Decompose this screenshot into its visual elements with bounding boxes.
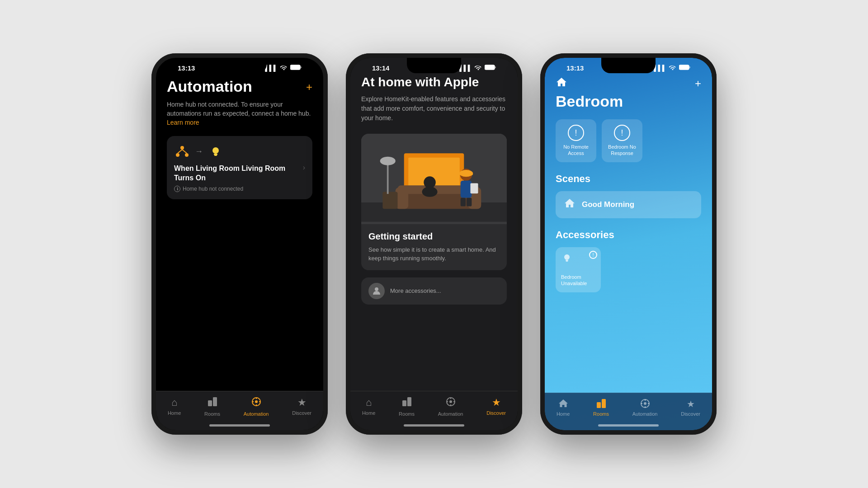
svg-point-13 — [255, 400, 258, 403]
hub-warning-text: Home hub not connected. To ensure your a… — [167, 100, 312, 127]
svg-rect-41 — [402, 400, 406, 406]
no-remote-access-card[interactable]: ! No Remote Access — [556, 119, 596, 162]
bedroom-no-response-card[interactable]: ! Bedroom No Response — [602, 119, 642, 162]
svg-rect-8 — [214, 154, 217, 155]
svg-rect-29 — [387, 162, 389, 194]
warning-cards: ! No Remote Access ! Bedroom No Response — [556, 119, 701, 162]
phone-3-content: 13:13 ▌▌▌ — [545, 58, 712, 430]
automation-card[interactable]: → When Living Room Living Room Turns On — [167, 136, 312, 199]
accessories-grid: ! Bedroom Unavailable — [556, 247, 701, 292]
discover-tab-label-2: Discover — [486, 410, 506, 416]
tab-discover-1[interactable]: ★ Discover — [292, 397, 311, 417]
battery-icon-1 — [290, 65, 302, 71]
automation-tab-icon-2 — [446, 397, 456, 409]
phone-3-screen: 13:13 ▌▌▌ — [545, 58, 712, 430]
learn-more-link[interactable]: Learn more — [167, 119, 199, 126]
rooms-tab-icon-3 — [596, 399, 606, 409]
signal-icon-1: ▌▌▌ — [265, 65, 278, 71]
discover-card2-preview[interactable]: More accessories... — [361, 277, 507, 305]
phone-2-content: 13:14 ▌▌▌ At home — [350, 58, 518, 430]
tab-automation-3[interactable]: Automation — [632, 399, 658, 417]
home-nav-icon[interactable] — [556, 76, 567, 91]
home-tab-label-3: Home — [557, 411, 570, 417]
tab-discover-2[interactable]: ★ Discover — [486, 397, 506, 417]
good-morning-scene-button[interactable]: Good Morning — [556, 191, 701, 218]
tab-rooms-3[interactable]: Rooms — [593, 399, 609, 417]
svg-point-31 — [424, 176, 436, 188]
wifi-icon-2 — [475, 65, 482, 71]
automation-icons: → — [174, 143, 303, 160]
svg-rect-19 — [495, 66, 496, 68]
phone-1-automation: 13:13 ▌▌▌ — [151, 53, 328, 435]
rooms-tab-label-2: Rooms — [399, 411, 415, 417]
tab-automation-1[interactable]: Automation — [244, 397, 269, 417]
rooms-tab-label-1: Rooms — [204, 411, 220, 417]
signal-icon-3: ▌▌▌ — [654, 65, 666, 71]
svg-point-44 — [449, 400, 452, 403]
svg-rect-52 — [566, 260, 568, 261]
bedroom-no-response-label: Bedroom No Response — [607, 144, 637, 157]
discover-tab-icon-3: ★ — [687, 399, 695, 409]
accessory-bulb-icon — [561, 253, 573, 267]
discover-card-title: Getting started — [368, 231, 500, 242]
accessory-label: Bedroom Unavailable — [561, 274, 595, 287]
tab-rooms-1[interactable]: Rooms — [204, 397, 220, 417]
svg-rect-10 — [208, 400, 212, 406]
status-time-3: 13:13 — [566, 64, 584, 72]
automation-tab-icon-3 — [640, 399, 650, 409]
signal-icon-2: ▌▌▌ — [459, 65, 472, 71]
bedroom-page-title: Bedroom — [556, 93, 701, 110]
tab-home-2[interactable]: ⌂ Home — [362, 397, 375, 417]
automation-status: ℹ Home hub not connected — [174, 186, 303, 192]
svg-rect-18 — [485, 65, 495, 70]
svg-line-6 — [182, 150, 187, 153]
svg-rect-11 — [213, 397, 217, 406]
tab-rooms-2[interactable]: Rooms — [399, 397, 415, 417]
discover-card2-icon — [368, 283, 385, 299]
svg-rect-55 — [602, 399, 606, 408]
battery-icon-3 — [679, 65, 690, 71]
add-automation-button[interactable]: + — [306, 78, 312, 94]
automation-tab-label-1: Automation — [244, 411, 269, 417]
status-icons-1: ▌▌▌ — [265, 65, 302, 71]
status-icons-3: ▌▌▌ — [654, 65, 690, 71]
rooms-tab-icon-1 — [208, 397, 217, 409]
discover-getting-started-card[interactable]: Getting started See how simple it is to … — [361, 134, 507, 270]
phone-3-bedroom: 13:13 ▌▌▌ — [540, 53, 717, 435]
phone-3-notch — [601, 58, 656, 73]
add-bedroom-button[interactable]: + — [695, 77, 701, 90]
svg-line-5 — [178, 150, 182, 153]
phone-1-content: 13:13 ▌▌▌ — [156, 58, 323, 430]
svg-point-4 — [185, 153, 189, 157]
discover-card-body: Getting started See how simple it is to … — [361, 224, 507, 270]
tab-automation-2[interactable]: Automation — [438, 397, 463, 417]
automation-arrow-icon: → — [195, 147, 203, 156]
phone-1-notch — [212, 58, 267, 73]
tab-home-3[interactable]: Home — [557, 399, 570, 417]
discover-card-desc: See how simple it is to create a smart h… — [368, 245, 500, 263]
bedroom-accessory-card[interactable]: ! Bedroom Unavailable — [556, 247, 601, 292]
tab-discover-3[interactable]: ★ Discover — [681, 399, 700, 417]
discover-subtitle: Explore HomeKit-enabled features and acc… — [361, 94, 507, 123]
svg-point-7 — [212, 147, 219, 154]
automation-page-title: Automation — [167, 78, 252, 95]
phone-2-notch — [407, 58, 461, 73]
bedroom-header: + — [556, 75, 701, 91]
tab-home-1[interactable]: ⌂ Home — [168, 397, 181, 417]
svg-point-32 — [422, 187, 437, 197]
svg-rect-38 — [459, 172, 473, 175]
svg-rect-39 — [471, 183, 478, 193]
home-indicator-1 — [209, 424, 270, 427]
phone-1-header: Automation + — [167, 75, 312, 95]
rooms-tab-label-3: Rooms — [593, 411, 609, 417]
home-tab-label-1: Home — [168, 410, 181, 416]
scenes-section-title: Scenes — [556, 173, 701, 185]
status-time-1: 13:13 — [178, 64, 195, 72]
automation-source-icon — [174, 143, 190, 160]
svg-rect-28 — [382, 192, 397, 209]
automation-tab-icon-1 — [251, 397, 261, 409]
svg-rect-49 — [679, 65, 689, 70]
home-tab-icon-3 — [558, 399, 568, 409]
svg-point-2 — [180, 146, 184, 150]
svg-rect-50 — [689, 66, 690, 68]
